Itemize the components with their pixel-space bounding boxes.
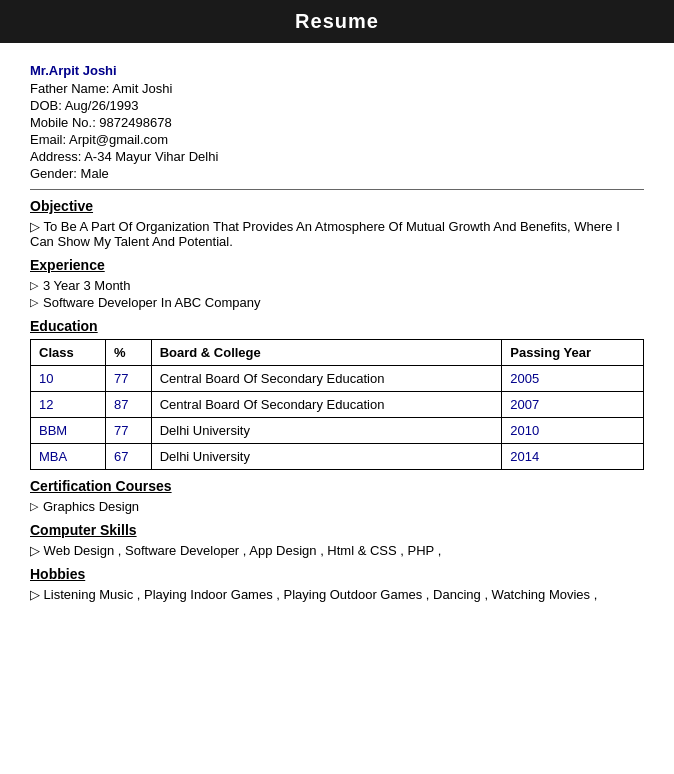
col-percent: % [105, 340, 151, 366]
edu-percent-3: 67 [105, 444, 151, 470]
table-row: MBA67Delhi University2014 [31, 444, 644, 470]
edu-class-3: MBA [31, 444, 106, 470]
edu-percent-0: 77 [105, 366, 151, 392]
computer-skills-text: ▷ Web Design , Software Developer , App … [30, 543, 644, 558]
experience-item-2: ▷ Software Developer In ABC Company [30, 295, 644, 310]
edu-year-3: 2014 [502, 444, 644, 470]
certification-section: Certification Courses ▷ Graphics Design [30, 478, 644, 514]
table-row: 1287Central Board Of Secondary Education… [31, 392, 644, 418]
divider-1 [30, 189, 644, 190]
hobbies-text: ▷ Listening Music , Playing Indoor Games… [30, 587, 644, 602]
col-year: Passing Year [502, 340, 644, 366]
edu-year-0: 2005 [502, 366, 644, 392]
hobbies-title: Hobbies [30, 566, 644, 582]
objective-section: Objective ▷ To Be A Part Of Organization… [30, 198, 644, 249]
email: Email: Arpit@gmail.com [30, 132, 644, 147]
experience-section: Experience ▷ 3 Year 3 Month ▷ Software D… [30, 257, 644, 310]
edu-class-2: BBM [31, 418, 106, 444]
certification-item-1: ▷ Graphics Design [30, 499, 644, 514]
resume-title: Resume [295, 10, 379, 32]
gender: Gender: Male [30, 166, 644, 181]
arrow-icon-2: ▷ [30, 296, 38, 309]
education-table: Class % Board & College Passing Year 107… [30, 339, 644, 470]
edu-percent-1: 87 [105, 392, 151, 418]
objective-title: Objective [30, 198, 644, 214]
hobbies-section: Hobbies ▷ Listening Music , Playing Indo… [30, 566, 644, 602]
edu-board-3: Delhi University [151, 444, 502, 470]
mobile: Mobile No.: 9872498678 [30, 115, 644, 130]
edu-class-1: 12 [31, 392, 106, 418]
experience-text-1: 3 Year 3 Month [43, 278, 130, 293]
computer-skills-title: Computer Skills [30, 522, 644, 538]
edu-board-0: Central Board Of Secondary Education [151, 366, 502, 392]
edu-year-2: 2010 [502, 418, 644, 444]
edu-board-1: Central Board Of Secondary Education [151, 392, 502, 418]
arrow-icon-cert: ▷ [30, 500, 38, 513]
personal-info-section: Mr.Arpit Joshi Father Name: Amit Joshi D… [30, 63, 644, 181]
edu-board-2: Delhi University [151, 418, 502, 444]
header-bar: Resume [0, 0, 674, 43]
father-name: Father Name: Amit Joshi [30, 81, 644, 96]
education-section: Education Class % Board & College Passin… [30, 318, 644, 470]
experience-item-1: ▷ 3 Year 3 Month [30, 278, 644, 293]
computer-skills-section: Computer Skills ▷ Web Design , Software … [30, 522, 644, 558]
table-header-row: Class % Board & College Passing Year [31, 340, 644, 366]
experience-title: Experience [30, 257, 644, 273]
address: Address: A-34 Mayur Vihar Delhi [30, 149, 644, 164]
full-name: Mr.Arpit Joshi [30, 63, 644, 78]
objective-text: ▷ To Be A Part Of Organization That Prov… [30, 219, 644, 249]
edu-class-0: 10 [31, 366, 106, 392]
education-title: Education [30, 318, 644, 334]
table-row: BBM77Delhi University2010 [31, 418, 644, 444]
col-class: Class [31, 340, 106, 366]
col-board: Board & College [151, 340, 502, 366]
certification-title: Certification Courses [30, 478, 644, 494]
edu-year-1: 2007 [502, 392, 644, 418]
certification-text-1: Graphics Design [43, 499, 139, 514]
table-row: 1077Central Board Of Secondary Education… [31, 366, 644, 392]
edu-percent-2: 77 [105, 418, 151, 444]
dob: DOB: Aug/26/1993 [30, 98, 644, 113]
arrow-icon-1: ▷ [30, 279, 38, 292]
experience-text-2: Software Developer In ABC Company [43, 295, 261, 310]
